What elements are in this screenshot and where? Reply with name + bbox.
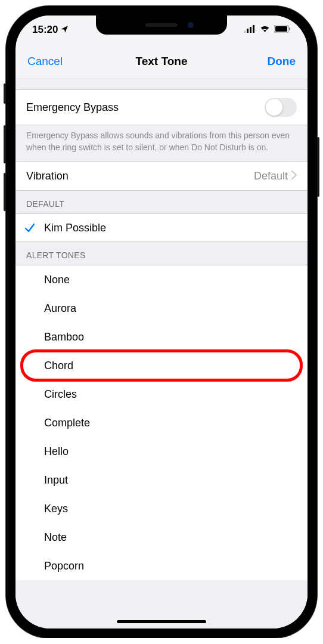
- alert-tone-label: Aurora: [44, 302, 308, 315]
- emergency-bypass-label: Emergency Bypass: [26, 101, 265, 114]
- alert-tone-label: Bamboo: [44, 331, 308, 343]
- alert-tone-label: None: [44, 274, 308, 286]
- location-icon: [60, 25, 69, 35]
- status-time: 15:20: [32, 24, 58, 36]
- emergency-bypass-footer: Emergency Bypass allows sounds and vibra…: [15, 125, 308, 162]
- emergency-bypass-toggle[interactable]: [265, 98, 297, 117]
- alert-tone-row[interactable]: Bamboo: [15, 323, 308, 351]
- alert-tone-label: Note: [44, 531, 308, 544]
- alert-tone-row[interactable]: Keys: [15, 494, 308, 523]
- default-tone-row[interactable]: Kim Possible: [15, 213, 308, 242]
- alert-tone-row[interactable]: Popcorn: [15, 552, 308, 580]
- nav-bar: Cancel Text Tone Done: [15, 44, 308, 79]
- vibration-value: Default: [254, 170, 288, 182]
- cellular-icon: [244, 24, 256, 36]
- alert-tone-row[interactable]: Aurora: [15, 294, 308, 323]
- battery-icon: [274, 24, 291, 36]
- home-indicator[interactable]: [117, 620, 206, 623]
- alert-tone-label: Hello: [44, 445, 308, 458]
- alert-tone-row[interactable]: Complete: [15, 408, 308, 437]
- page-title: Text Tone: [136, 55, 188, 68]
- alert-tone-label: Chord: [44, 360, 308, 372]
- chevron-right-icon: [291, 170, 297, 182]
- svg-rect-2: [250, 27, 251, 33]
- section-header-default: DEFAULT: [15, 191, 308, 213]
- cancel-button[interactable]: Cancel: [27, 55, 63, 68]
- checkmark-icon: [15, 222, 44, 233]
- alert-tone-label: Popcorn: [44, 560, 308, 572]
- alert-tone-label: Complete: [44, 417, 308, 429]
- alert-tone-row[interactable]: Hello: [15, 437, 308, 466]
- svg-rect-5: [275, 26, 287, 32]
- svg-rect-6: [289, 27, 290, 30]
- alert-tone-label: Circles: [44, 388, 308, 401]
- default-tone-label: Kim Possible: [44, 222, 308, 234]
- alert-tone-row[interactable]: Chord: [15, 351, 308, 380]
- section-header-alert-tones: ALERT TONES: [15, 242, 308, 265]
- done-button[interactable]: Done: [268, 55, 296, 68]
- alert-tone-label: Input: [44, 474, 308, 487]
- alert-tone-row[interactable]: Input: [15, 466, 308, 494]
- svg-rect-1: [247, 29, 249, 33]
- alert-tone-row[interactable]: Note: [15, 523, 308, 552]
- vibration-label: Vibration: [26, 170, 254, 182]
- alert-tone-row[interactable]: Circles: [15, 380, 308, 408]
- alert-tone-label: Keys: [44, 503, 308, 515]
- vibration-row[interactable]: Vibration Default: [15, 162, 308, 191]
- svg-rect-3: [253, 25, 254, 33]
- emergency-bypass-row[interactable]: Emergency Bypass: [15, 89, 308, 125]
- alert-tone-row[interactable]: None: [15, 265, 308, 294]
- svg-rect-0: [244, 30, 246, 33]
- content-scroll[interactable]: Emergency Bypass Emergency Bypass allows…: [15, 79, 308, 628]
- wifi-icon: [259, 24, 271, 36]
